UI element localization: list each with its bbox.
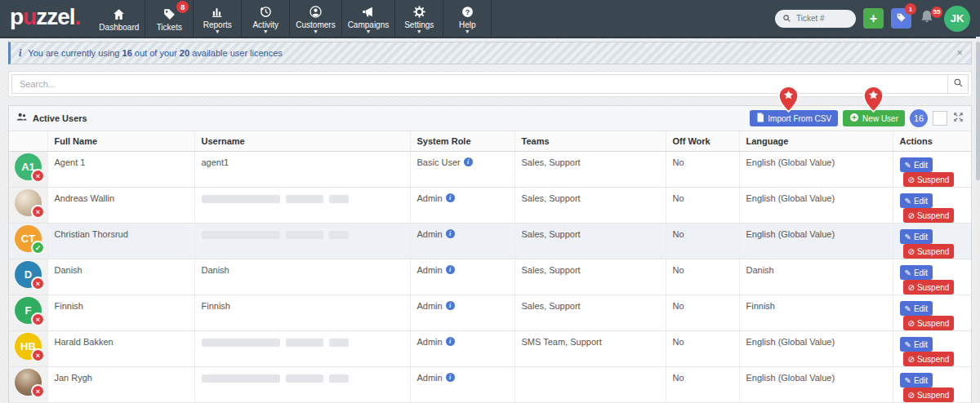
edit-button[interactable]: ✎Edit <box>900 229 933 244</box>
panel-header: Active Users Import From CSV New User 16 <box>9 106 971 131</box>
nav-item-dashboard[interactable]: Dashboard <box>93 0 145 37</box>
fullscreen-button[interactable] <box>952 111 964 126</box>
redacted-text <box>202 374 280 383</box>
notifications-count-badge: 55 <box>931 7 942 18</box>
actions-cell: ✎Edit⊘Suspend <box>893 295 971 331</box>
avatar-cell: D× <box>9 259 47 295</box>
info-icon[interactable]: i <box>446 193 455 202</box>
edit-icon: ✎ <box>905 268 911 277</box>
username-cell <box>194 331 410 367</box>
edit-icon: ✎ <box>905 161 911 170</box>
button-label: Import From CSV <box>768 114 831 123</box>
suspend-button[interactable]: ⊘Suspend <box>903 172 955 187</box>
system-role-cell: Admini <box>410 224 514 259</box>
edit-button[interactable]: ✎Edit <box>900 193 933 208</box>
username-cell <box>194 224 410 259</box>
button-label: Edit <box>914 268 928 277</box>
marker-pin-icon <box>863 86 884 116</box>
chevron-down-icon: ▼ <box>215 29 220 34</box>
user-avatar[interactable]: JK <box>944 6 970 32</box>
button-label: Edit <box>914 304 928 313</box>
nav-item-help[interactable]: ? Help ▼ <box>443 0 492 37</box>
chevron-down-icon: ▼ <box>263 29 269 34</box>
info-icon[interactable]: i <box>446 373 455 382</box>
info-icon[interactable]: i <box>446 301 455 310</box>
panel-title: Active Users <box>33 113 87 123</box>
button-label: Edit <box>914 161 928 170</box>
avatar-cell: A1× <box>9 152 47 188</box>
button-label: Edit <box>914 232 928 241</box>
nav-item-reports[interactable]: Reports ▼ <box>194 0 242 37</box>
add-ticket-button[interactable]: + <box>863 8 884 29</box>
search-icon <box>782 11 791 26</box>
ticket-number-input[interactable] <box>795 13 849 24</box>
edit-button[interactable]: ✎Edit <box>900 337 933 352</box>
edit-button[interactable]: ✎Edit <box>900 157 933 172</box>
suspend-icon: ⊘ <box>908 355 915 364</box>
ticket-search[interactable] <box>775 10 856 28</box>
bar-chart-icon <box>211 4 225 19</box>
suspend-button[interactable]: ⊘Suspend <box>903 316 955 330</box>
license-banner: i You are currently using 16 out of your… <box>8 42 972 64</box>
search-input[interactable] <box>11 74 948 94</box>
edit-icon: ✎ <box>905 197 911 206</box>
notifications-bell[interactable]: 55 <box>919 9 937 29</box>
suspend-button[interactable]: ⊘Suspend <box>903 352 955 366</box>
top-navbar: puzzel. Dashboard 8 Tickets Reports ▼ Ac… <box>0 0 980 38</box>
edit-button[interactable]: ✎Edit <box>900 373 933 388</box>
puzzel-logo[interactable]: puzzel. <box>0 0 93 37</box>
my-tickets-button[interactable]: 1 <box>891 8 911 29</box>
edit-icon: ✎ <box>905 232 911 241</box>
button-label: Suspend <box>917 211 949 220</box>
search-button[interactable] <box>948 74 969 94</box>
full-name-cell: Jan Rygh <box>47 367 194 403</box>
nav-item-campaigns[interactable]: Campaigns ▼ <box>342 0 396 37</box>
redacted-text <box>286 195 323 203</box>
redacted-text <box>329 195 349 203</box>
actions-cell: ✎Edit⊘Suspend <box>893 188 971 224</box>
suspend-button[interactable]: ⊘Suspend <box>903 244 955 259</box>
nav-item-tickets[interactable]: 8 Tickets <box>145 0 194 37</box>
close-icon[interactable]: × <box>956 49 963 57</box>
search-icon <box>953 78 964 91</box>
language-cell: English (Global Value) <box>739 188 893 224</box>
info-icon[interactable]: i <box>446 337 455 346</box>
navbar-right: + 1 55 JK <box>775 0 980 37</box>
logo-dot: . <box>75 4 81 30</box>
active-users-panel: Active Users Import From CSV New User 16 <box>8 105 972 403</box>
person-circle-icon <box>309 4 323 19</box>
info-icon[interactable]: i <box>446 229 455 238</box>
nav-item-activity[interactable]: Activity ▼ <box>242 0 290 37</box>
edit-button[interactable]: ✎Edit <box>900 301 933 316</box>
history-icon <box>259 4 273 19</box>
panel-checkbox[interactable] <box>933 111 947 126</box>
table-row: A1×Agent 1agent1Basic UseriSales, Suppor… <box>9 152 971 188</box>
table-row: ×Andreas WallinAdminiSales, SupportNoEng… <box>9 188 971 224</box>
scrollbar-thumb[interactable] <box>976 42 980 180</box>
suspend-button[interactable]: ⊘Suspend <box>903 208 955 223</box>
avatar: HB× <box>15 333 42 360</box>
edit-button[interactable]: ✎Edit <box>900 265 933 280</box>
button-label: Suspend <box>917 355 949 364</box>
scrollbar[interactable] <box>976 37 980 403</box>
button-label: Suspend <box>917 391 949 400</box>
column-header-system-role: System Role <box>410 131 514 152</box>
suspend-button[interactable]: ⊘Suspend <box>903 280 955 294</box>
nav-item-customers[interactable]: Customers ▼ <box>290 0 341 37</box>
avatar: F× <box>15 297 42 324</box>
suspend-button[interactable]: ⊘Suspend <box>903 388 955 402</box>
nav-item-settings[interactable]: Settings ▼ <box>395 0 443 37</box>
button-label: Edit <box>914 376 928 385</box>
info-icon[interactable]: i <box>464 157 473 166</box>
full-name-cell: Christian Thorsrud <box>47 224 194 259</box>
info-icon[interactable]: i <box>446 265 455 274</box>
off-work-cell: No <box>666 295 739 331</box>
table-header-row: Full Name Username System Role Teams Off… <box>9 131 971 152</box>
tickets-count-badge: 8 <box>176 1 189 13</box>
gear-icon <box>412 4 426 19</box>
off-work-cell: No <box>666 224 739 259</box>
full-name-cell: Danish <box>47 259 194 295</box>
suspend-icon: ⊘ <box>908 211 915 220</box>
username-cell: Finnish <box>194 295 410 331</box>
language-cell: English (Global Value) <box>739 152 893 188</box>
